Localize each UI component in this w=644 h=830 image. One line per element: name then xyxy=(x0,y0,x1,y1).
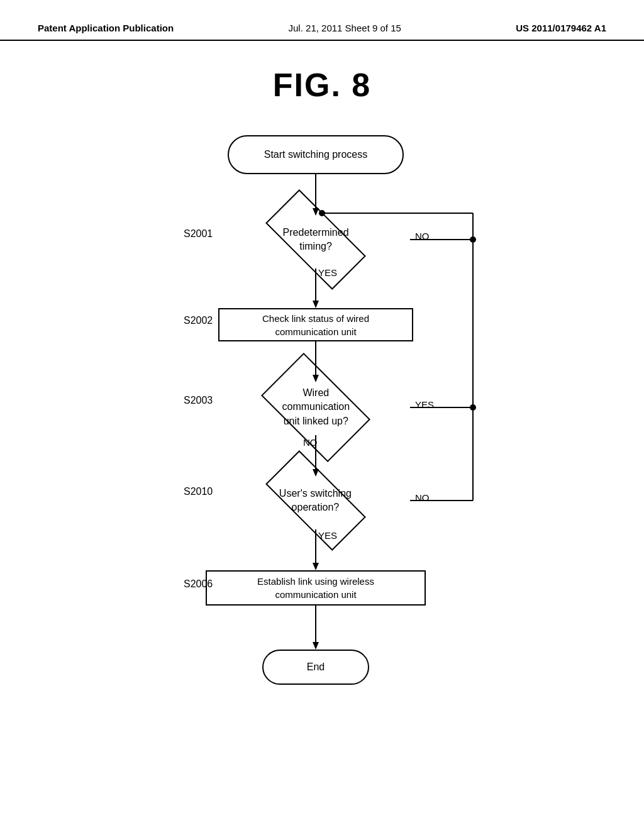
figure-title: FIG. 8 xyxy=(0,66,644,104)
s2003-yes-label: YES xyxy=(415,399,434,410)
s2002-text: Check link status of wiredcommunication … xyxy=(262,312,369,338)
svg-point-18 xyxy=(470,236,476,243)
s2003-text: Wired communicationunit linked up? xyxy=(270,386,362,428)
flowchart-diagram: Start switching process S2001 Predetermi… xyxy=(102,129,542,745)
s2001-diamond: Predeterminedtiming? xyxy=(265,189,366,290)
svg-point-21 xyxy=(470,404,476,411)
s2001-no-label: NO xyxy=(415,231,430,241)
end-shape: End xyxy=(262,650,369,685)
s2001-label: S2001 xyxy=(184,228,213,240)
s2002-rect: Check link status of wiredcommunication … xyxy=(218,308,413,341)
s2010-text: User's switchingoperation? xyxy=(279,487,352,515)
end-label: End xyxy=(307,660,325,674)
svg-marker-9 xyxy=(313,563,319,570)
s2002-label: S2002 xyxy=(184,315,213,326)
s2010-yes-label: YES xyxy=(318,530,337,541)
s2006-text: Establish link using wirelesscommunicati… xyxy=(257,575,374,601)
svg-marker-11 xyxy=(313,642,319,650)
start-label: Start switching process xyxy=(264,148,368,162)
svg-marker-3 xyxy=(313,301,319,308)
page-header: Patent Application Publication Jul. 21, … xyxy=(0,0,644,41)
publication-label: Patent Application Publication xyxy=(38,23,174,33)
s2001-yes-label: YES xyxy=(318,267,337,278)
date-sheet-label: Jul. 21, 2011 Sheet 9 of 15 xyxy=(289,23,401,33)
start-shape: Start switching process xyxy=(228,135,404,174)
patent-number-label: US 2011/0179462 A1 xyxy=(516,23,606,33)
s2006-rect: Establish link using wirelesscommunicati… xyxy=(206,570,426,606)
s2001-text: Predeterminedtiming? xyxy=(283,226,349,254)
s2010-no-label: NO xyxy=(415,492,430,503)
s2003-label: S2003 xyxy=(184,395,213,406)
s2003-no-label: NO xyxy=(303,437,318,448)
s2010-diamond: User's switchingoperation? xyxy=(265,450,366,551)
s2010-label: S2010 xyxy=(184,486,213,497)
